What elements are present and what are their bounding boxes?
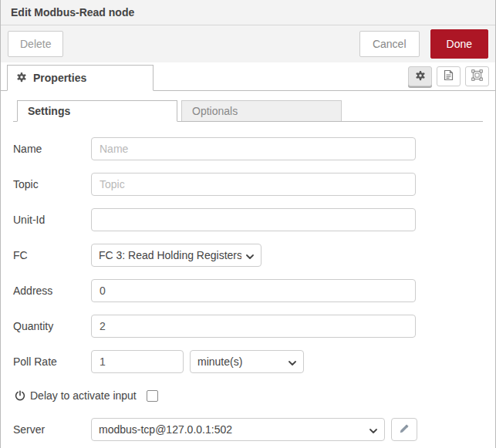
server-select[interactable]: modbus-tcp@127.0.0.1:502 — [91, 418, 385, 441]
editor-tabbar: Properties — [1, 62, 495, 91]
editor-buttons — [408, 66, 489, 86]
settings-tabbar: Settings Optionals — [13, 100, 483, 122]
gear-icon — [415, 70, 426, 83]
poll-rate-row: Poll Rate minute(s) — [13, 350, 483, 373]
appearance-icon-button[interactable] — [465, 66, 489, 86]
delay-label: Delay to activate input — [30, 389, 137, 402]
pencil-icon — [399, 423, 410, 436]
unit-id-label: Unit-Id — [13, 214, 91, 226]
gear-icon — [16, 72, 27, 85]
fc-select-value: FC 3: Read Holding Registers — [99, 249, 241, 261]
server-label: Server — [13, 423, 91, 436]
delay-checkbox[interactable] — [147, 390, 158, 402]
name-input[interactable] — [91, 137, 416, 160]
quantity-input[interactable] — [91, 315, 416, 338]
delay-row: Delay to activate input — [13, 387, 483, 404]
topic-label: Topic — [13, 178, 91, 190]
edit-server-button[interactable] — [391, 418, 417, 441]
dialog-header: Edit Modbus-Read node — [1, 0, 495, 25]
poll-rate-label: Poll Rate — [13, 355, 91, 368]
server-row: Server modbus-tcp@127.0.0.1:502 — [13, 418, 483, 441]
server-select-value: modbus-tcp@127.0.0.1:502 — [99, 423, 232, 436]
settings-tab-label: Settings — [28, 105, 70, 117]
tab-optionals[interactable]: Optionals — [181, 100, 342, 121]
quantity-label: Quantity — [13, 320, 91, 332]
fc-select[interactable]: FC 3: Read Holding Registers — [91, 244, 261, 267]
description-icon-button[interactable] — [437, 66, 461, 86]
address-row: Address — [13, 279, 483, 302]
properties-icon-button[interactable] — [408, 66, 432, 86]
edit-node-dialog: Edit Modbus-Read node Delete Cancel Done… — [0, 0, 496, 448]
poll-rate-unit-select[interactable]: minute(s) — [190, 350, 304, 373]
topic-row: Topic — [13, 173, 483, 196]
properties-tab-label: Properties — [33, 72, 86, 84]
tab-properties[interactable]: Properties — [7, 65, 154, 91]
power-icon — [15, 390, 30, 401]
unit-id-row: Unit-Id — [13, 208, 483, 231]
delete-button[interactable]: Delete — [8, 31, 63, 57]
fc-row: FC FC 3: Read Holding Registers — [13, 244, 483, 267]
appearance-icon — [471, 69, 483, 83]
settings-form: Name Topic Unit-Id FC FC 3: Read Holding… — [1, 122, 495, 441]
dialog-title: Edit Modbus-Read node — [11, 6, 134, 19]
document-icon — [444, 69, 454, 83]
name-row: Name — [13, 137, 483, 160]
address-input[interactable] — [91, 279, 416, 302]
topic-input[interactable] — [91, 173, 416, 196]
name-label: Name — [13, 143, 91, 155]
chevron-down-icon — [246, 249, 254, 261]
unit-id-input[interactable] — [91, 208, 416, 231]
poll-rate-unit-value: minute(s) — [197, 355, 242, 368]
poll-rate-input[interactable] — [91, 350, 184, 373]
address-label: Address — [13, 285, 91, 297]
cancel-button[interactable]: Cancel — [359, 31, 420, 57]
tab-settings[interactable]: Settings — [17, 100, 177, 122]
quantity-row: Quantity — [13, 315, 483, 338]
fc-label: FC — [13, 249, 91, 261]
optionals-tab-label: Optionals — [192, 105, 238, 117]
done-button[interactable]: Done — [430, 29, 488, 59]
chevron-down-icon — [369, 423, 377, 436]
chevron-down-icon — [288, 355, 296, 368]
dialog-toolbar: Delete Cancel Done — [1, 25, 495, 62]
